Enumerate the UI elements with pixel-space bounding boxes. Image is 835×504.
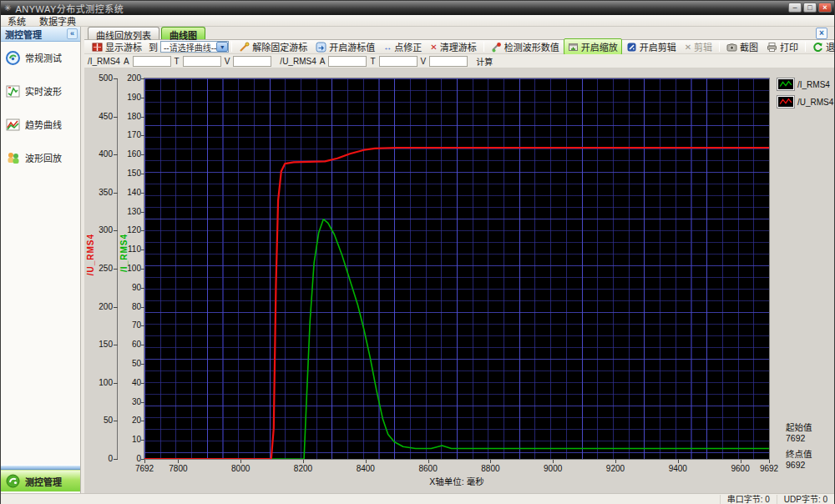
inner-axis-tick: 140 (119, 189, 141, 197)
clear-cursor-button[interactable]: ✕ 清理游标 (426, 38, 480, 55)
collapse-icon[interactable]: « (67, 28, 78, 39)
inner-axis-tick-mark (141, 135, 144, 136)
sidebar-item-label: 波形回放 (25, 151, 62, 164)
field-sub-label: V (421, 57, 427, 66)
exit-icon (812, 42, 823, 53)
start-value: 7692 (786, 433, 812, 444)
tab-curve-playback-list[interactable]: 曲线回放列表 (88, 27, 159, 39)
sidebar-header: 测控管理 « (1, 27, 80, 42)
screenshot-button[interactable]: 截图 (722, 38, 762, 55)
close-button[interactable]: × (818, 3, 832, 13)
remove-fixed-cursor-button[interactable]: 解除固定游标 (235, 38, 311, 55)
sidebar-item-label: 常规测试 (25, 51, 62, 64)
x-axis-tick: 9000 (536, 464, 569, 473)
clip-icon (626, 42, 637, 53)
x-axis-tick: 8400 (349, 464, 382, 473)
zoom-icon (568, 42, 579, 53)
point-fix-button[interactable]: ↔ 点修正 (379, 38, 426, 55)
manage-icon (6, 474, 20, 488)
tab-close-icon[interactable]: × (816, 28, 827, 39)
left-axis-tick-mark (114, 345, 118, 345)
status-bar: 串口字节: 0 UDP字节: 0 (1, 493, 834, 504)
i-rms4-v-field[interactable] (233, 56, 271, 67)
left-axis-tick-mark (114, 230, 118, 231)
serial-bytes-status: 串口字节: 0 (720, 495, 777, 504)
field-sub-label: A (124, 57, 129, 66)
inner-axis-tick-mark (141, 307, 144, 308)
show-cursor-button[interactable]: 显示游标 (88, 38, 146, 55)
x-axis-tick-mark (144, 460, 145, 463)
x-axis-tick-mark (366, 460, 367, 463)
x-axis-tick: 8600 (412, 464, 445, 473)
inner-axis-tick-mark (141, 230, 144, 231)
app-icon: ✳ (4, 3, 11, 13)
open-zoom-button[interactable]: 开启缩放 (564, 38, 622, 55)
print-button[interactable]: 打印 (762, 38, 802, 55)
x-axis-tick: 8000 (224, 464, 257, 473)
to-label: 到 (146, 40, 160, 53)
point-fix-label: 点修正 (394, 40, 422, 53)
legend: /I_RMS4 /U_RMS4 (777, 78, 833, 113)
x-axis-tick: 9200 (599, 464, 632, 473)
clear-x-icon: ✕ (430, 43, 437, 52)
calculate-button[interactable]: 计算 (476, 55, 493, 68)
tab-curve-chart[interactable]: 曲线图 (161, 27, 205, 39)
app-window: ✳ ANYWAY分布式测控系统 – □ × 系统 数据字典 测控管理 « 常规测… (0, 0, 835, 504)
series-I_RMS4 (144, 219, 769, 459)
toolbar-main: 显示游标 到 --请选择曲线-- ▾ 解除固定游标 开启游标值 (84, 40, 834, 54)
wand-icon (239, 42, 250, 53)
clip-label: 剪辑 (694, 40, 712, 53)
menu-data-dictionary[interactable]: 数据字典 (33, 14, 83, 28)
dropdown-arrow-icon[interactable]: ▾ (216, 42, 228, 52)
open-clip-button[interactable]: 开启剪辑 (622, 38, 681, 55)
minimize-button[interactable]: – (788, 3, 802, 13)
detect-values-label: 检测波形数值 (504, 40, 559, 53)
exit-button[interactable]: 退出 (808, 38, 835, 55)
inner-axis-tick: 20 (119, 416, 141, 425)
u-rms4-a-field[interactable] (328, 56, 367, 67)
inner-axis-tick-mark (141, 193, 144, 194)
left-axis-tick-mark (114, 117, 118, 118)
sidebar-item-regular-test[interactable]: 常规测试 (1, 48, 80, 67)
inner-axis-tick: 130 (119, 208, 141, 216)
menu-system[interactable]: 系统 (1, 14, 33, 28)
sidebar-manage-label: 测控管理 (25, 475, 62, 488)
x-axis-tick: 7800 (161, 464, 195, 473)
curve-select[interactable]: --请选择曲线-- ▾ (160, 41, 229, 53)
point-fix-icon: ↔ (383, 43, 392, 52)
detect-values-button[interactable]: 检测波形数值 (487, 38, 564, 55)
inner-axis-tick-mark (141, 364, 144, 365)
end-value-label: 终点值 (786, 449, 812, 460)
left-axis-tick-mark (114, 193, 118, 194)
inner-axis-tick-mark (141, 288, 144, 289)
screenshot-icon (726, 42, 737, 53)
sidebar-item-label: 实时波形 (25, 84, 62, 98)
inner-axis-tick: 120 (119, 226, 141, 234)
inner-axis-tick: 110 (119, 245, 141, 254)
i-rms4-t-field[interactable] (183, 56, 221, 67)
x-axis-tick-mark (553, 460, 554, 463)
x-axis-unit-label: X轴单位: 毫秒 (331, 475, 582, 487)
inner-axis-tick-mark (141, 174, 144, 174)
sidebar-item-realtime-wave[interactable]: 实时波形 (1, 82, 80, 100)
inner-axis-tick: 200 (119, 74, 141, 83)
open-zoom-label: 开启缩放 (581, 40, 618, 53)
clip-button: ✕ 剪辑 (681, 38, 716, 55)
sidebar-item-trend-curve[interactable]: 趋势曲线 (1, 115, 80, 134)
u-rms4-t-field[interactable] (379, 56, 418, 67)
left-axis-tick: 400 (91, 150, 113, 159)
restore-button[interactable]: □ (803, 3, 817, 13)
inner-axis-tick-mark (141, 440, 144, 441)
u-rms4-v-field[interactable] (429, 56, 468, 67)
x-axis-tick: 7692 (128, 464, 161, 473)
plot-area[interactable] (144, 78, 770, 460)
x-axis-tick: 9692 (752, 464, 786, 473)
x-axis-tick-mark (678, 460, 679, 463)
playback-icon (6, 151, 20, 165)
open-cursor-value-button[interactable]: 开启游标值 (311, 38, 379, 55)
sidebar-manage-button[interactable]: 测控管理 (1, 470, 80, 491)
inner-axis-tick-mark (141, 212, 144, 213)
inner-axis-tick: 50 (119, 360, 141, 368)
sidebar-item-wave-playback[interactable]: 波形回放 (1, 149, 80, 167)
i-rms4-a-field[interactable] (133, 56, 171, 67)
